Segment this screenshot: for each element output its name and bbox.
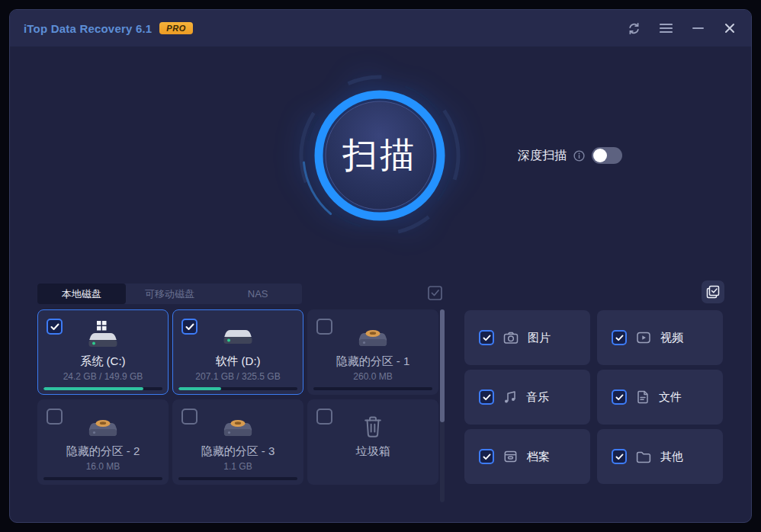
file-type-checkbox[interactable] bbox=[479, 449, 494, 464]
drive-usage-bar bbox=[313, 387, 432, 390]
system-drive-icon bbox=[38, 319, 168, 350]
drive-card[interactable]: 系统 (C:) 24.2 GB / 149.9 GB bbox=[37, 309, 169, 395]
hidden-partition-icon bbox=[38, 409, 168, 440]
music-icon bbox=[503, 389, 518, 405]
minimize-icon[interactable] bbox=[690, 21, 705, 36]
info-icon[interactable] bbox=[573, 150, 585, 162]
drive-usage-bar bbox=[43, 477, 162, 480]
drive-name: 隐藏的分区 - 1 bbox=[308, 354, 438, 369]
file-type-label: 文件 bbox=[659, 390, 682, 405]
drive-card[interactable]: 隐藏的分区 - 2 16.0 MB bbox=[37, 399, 169, 485]
drive-size: 16.0 MB bbox=[38, 461, 168, 472]
drive-name: 垃圾箱 bbox=[308, 444, 438, 459]
tab-label: NAS bbox=[248, 288, 268, 300]
deep-scan-toggle[interactable] bbox=[592, 147, 622, 164]
drive-size: 207.1 GB / 325.5 GB bbox=[173, 371, 303, 382]
select-all-drives-icon[interactable] bbox=[427, 285, 443, 304]
drive-card[interactable]: 隐藏的分区 - 3 1.1 GB bbox=[172, 399, 303, 485]
drive-tab[interactable]: NAS bbox=[214, 284, 302, 304]
menu-icon[interactable] bbox=[658, 21, 673, 36]
file-type-checkbox[interactable] bbox=[612, 389, 627, 405]
deep-scan-row: 深度扫描 bbox=[518, 145, 622, 166]
folder-icon bbox=[635, 450, 652, 464]
tab-label: 可移动磁盘 bbox=[145, 287, 194, 301]
drive-list-scrollbar[interactable] bbox=[440, 309, 445, 502]
drive-name: 系统 (C:) bbox=[38, 354, 168, 369]
scrollbar-thumb[interactable] bbox=[440, 309, 445, 422]
drive-size: 24.2 GB / 149.9 GB bbox=[38, 371, 168, 382]
refresh-icon[interactable] bbox=[626, 21, 641, 36]
video-icon bbox=[635, 330, 652, 345]
file-type-label: 音乐 bbox=[526, 390, 549, 405]
file-type-card[interactable]: 其他 bbox=[597, 429, 723, 484]
file-type-card[interactable]: 图片 bbox=[464, 310, 590, 365]
file-type-card[interactable]: 文件 bbox=[597, 370, 723, 425]
drive-size: 260.0 MB bbox=[308, 371, 438, 382]
drive-card[interactable]: 隐藏的分区 - 1 260.0 MB bbox=[307, 309, 438, 395]
camera-icon bbox=[503, 330, 519, 345]
file-type-card[interactable]: 音乐 bbox=[464, 370, 590, 425]
hidden-partition-icon bbox=[173, 409, 303, 440]
deep-scan-label: 深度扫描 bbox=[518, 148, 567, 164]
close-icon[interactable] bbox=[722, 21, 737, 36]
file-type-card[interactable]: 档案 bbox=[464, 429, 590, 484]
drive-card[interactable]: 垃圾箱 bbox=[307, 399, 438, 485]
file-type-label: 档案 bbox=[527, 450, 550, 464]
drive-icon bbox=[173, 319, 303, 350]
scan-button[interactable]: 扫描 bbox=[297, 73, 462, 238]
trash-icon bbox=[308, 409, 438, 440]
drive-usage-bar bbox=[178, 387, 297, 390]
drive-name: 隐藏的分区 - 3 bbox=[173, 444, 303, 459]
document-icon bbox=[635, 389, 650, 405]
drive-usage-bar bbox=[178, 477, 297, 480]
archive-icon bbox=[503, 449, 519, 464]
drive-tab[interactable]: 可移动磁盘 bbox=[126, 284, 214, 304]
drive-grid: 系统 (C:) 24.2 GB / 149.9 GB 软件 (D:) 207.1… bbox=[37, 309, 438, 485]
scan-button-label[interactable]: 扫描 bbox=[297, 73, 462, 238]
file-type-checkbox[interactable] bbox=[479, 330, 494, 345]
titlebar: iTop Data Recovery 6.1 PRO bbox=[10, 10, 751, 46]
app-window: iTop Data Recovery 6.1 PRO bbox=[9, 9, 752, 523]
file-type-label: 图片 bbox=[528, 331, 551, 345]
hidden-partition-icon bbox=[308, 319, 438, 350]
file-type-card[interactable]: 视频 bbox=[597, 310, 723, 365]
select-all-file-types-icon[interactable] bbox=[702, 280, 724, 303]
file-type-checkbox[interactable] bbox=[612, 449, 627, 464]
pro-badge: PRO bbox=[159, 22, 192, 34]
drive-tab[interactable]: 本地磁盘 bbox=[37, 284, 126, 304]
file-type-label: 其他 bbox=[660, 450, 683, 464]
app-title: iTop Data Recovery 6.1 bbox=[24, 22, 152, 35]
drive-tabs: 本地磁盘可移动磁盘NAS bbox=[37, 284, 302, 304]
drive-usage-bar bbox=[43, 387, 162, 390]
file-type-checkbox[interactable] bbox=[479, 389, 494, 405]
file-type-label: 视频 bbox=[660, 331, 683, 345]
tab-label: 本地磁盘 bbox=[62, 287, 101, 301]
drive-name: 隐藏的分区 - 2 bbox=[38, 444, 168, 459]
file-type-grid: 图片 视频 音乐 文件 档案 其他 bbox=[464, 310, 723, 484]
file-type-checkbox[interactable] bbox=[612, 330, 627, 345]
drive-name: 软件 (D:) bbox=[173, 354, 303, 369]
drive-size: 1.1 GB bbox=[173, 461, 303, 472]
toggle-knob bbox=[593, 149, 607, 162]
drive-card[interactable]: 软件 (D:) 207.1 GB / 325.5 GB bbox=[172, 309, 303, 395]
